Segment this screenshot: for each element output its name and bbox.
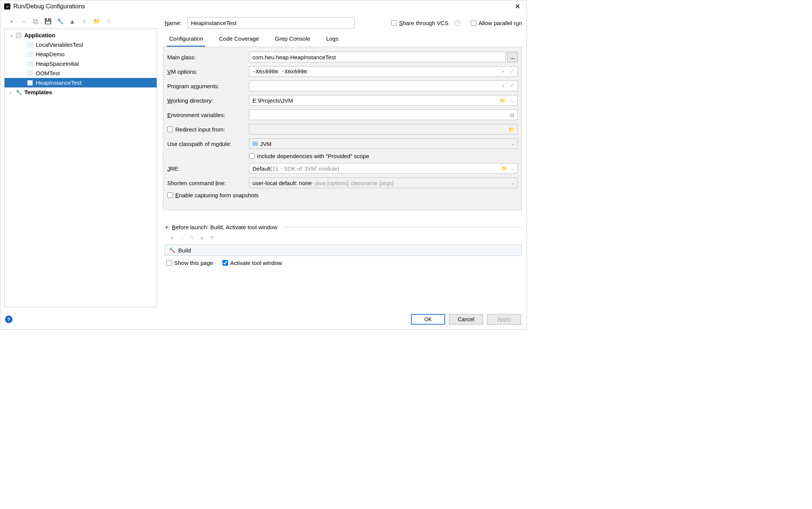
working-dir-input[interactable]: [249, 95, 518, 106]
app-logo-icon: [4, 3, 10, 10]
before-launch-toolbar: ＋ － ✎ ▲ ▼: [165, 230, 522, 244]
ok-button[interactable]: OK: [411, 314, 445, 325]
expand-icon[interactable]: ＋: [500, 68, 507, 75]
edit-templates-icon[interactable]: 🔧: [57, 18, 63, 25]
shorten-label: Shorten command line:: [167, 180, 249, 186]
close-icon[interactable]: ✕: [512, 2, 523, 11]
edit-task-icon[interactable]: ✎: [190, 234, 195, 241]
main-area: ＋ － ⿻ 💾 🔧 ▲ ▼ 📁 ⇅ ⌄ Application LocalVar: [0, 13, 527, 310]
tree-item[interactable]: OOMTest: [5, 68, 157, 78]
chevron-down-icon[interactable]: ⌄: [509, 98, 515, 103]
save-config-icon[interactable]: 💾: [44, 18, 51, 25]
build-task-item[interactable]: 🔨 Build: [165, 245, 522, 255]
before-launch-section: ▼ Before launch: Build, Activate tool wi…: [163, 224, 522, 273]
tab-logs[interactable]: Logs: [324, 32, 341, 47]
copy-config-icon[interactable]: ⿻: [32, 18, 39, 25]
footer: ? OK Cancel Apply: [0, 310, 527, 329]
main-class-label: Main class:: [167, 54, 249, 60]
chevron-down-icon: ⌄: [511, 166, 514, 171]
redirect-input-checkbox[interactable]: Redirect input from:: [167, 126, 249, 133]
program-args-input[interactable]: [249, 81, 518, 91]
apply-button[interactable]: Apply: [487, 314, 521, 325]
build-label: Build: [178, 247, 191, 254]
tree-item[interactable]: HeapDemo: [5, 49, 157, 59]
env-vars-label: Environment variables:: [167, 112, 249, 118]
cancel-button[interactable]: Cancel: [449, 314, 483, 325]
before-launch-list[interactable]: 🔨 Build: [165, 244, 522, 256]
tree-label: Application: [24, 32, 56, 38]
tabs: Configuration Code Coverage Grep Console…: [163, 32, 522, 47]
folder-icon[interactable]: 📁: [93, 18, 100, 25]
help-icon[interactable]: ?: [455, 20, 461, 26]
show-page-checkbox[interactable]: Show this page: [166, 260, 213, 266]
application-icon: [15, 32, 22, 38]
name-input[interactable]: [187, 17, 355, 29]
tree-templates-node[interactable]: › 🔧 Templates: [5, 87, 157, 97]
run-config-icon: [27, 42, 33, 48]
before-launch-header: Before launch: Build, Activate tool wind…: [172, 224, 278, 230]
add-task-icon[interactable]: ＋: [169, 234, 175, 241]
help-button-icon[interactable]: ?: [5, 316, 13, 323]
hammer-icon: 🔨: [169, 247, 175, 253]
share-vcs-checkbox[interactable]: Share through VCS: [391, 20, 449, 26]
tree-label: OOMTest: [36, 70, 60, 76]
env-vars-input[interactable]: [249, 109, 518, 120]
tree-application-node[interactable]: ⌄ Application: [5, 30, 157, 40]
add-config-icon[interactable]: ＋: [8, 18, 15, 25]
dialog-title: Run/Debug Configurations: [13, 3, 512, 10]
expand-icon[interactable]: ＋: [500, 82, 507, 89]
remove-task-icon[interactable]: －: [179, 234, 185, 241]
jre-value: Default: [252, 165, 271, 172]
tree-item[interactable]: LocalVariablesTest: [5, 40, 157, 49]
tree-label: HeapInstanceTest: [36, 79, 81, 86]
sidebar-toolbar: ＋ － ⿻ 💾 🔧 ▲ ▼ 📁 ⇅: [4, 16, 157, 29]
main-class-input[interactable]: [249, 52, 506, 62]
classpath-combo[interactable]: JVM ⌄: [249, 138, 518, 149]
sidebar: ＋ － ⿻ 💾 🔧 ▲ ▼ 📁 ⇅ ⌄ Application LocalVar: [0, 13, 160, 310]
tab-grep-console[interactable]: Grep Console: [273, 32, 312, 47]
jre-combo[interactable]: Default (11 - SDK of 'JVM' module) 📁 ⌄: [249, 163, 518, 174]
tree-item[interactable]: HeapSpaceInitial: [5, 59, 157, 68]
run-debug-dialog: Run/Debug Configurations ✕ ＋ － ⿻ 💾 🔧 ▲ ▼…: [0, 0, 527, 330]
tab-configuration[interactable]: Configuration: [167, 32, 205, 47]
shorten-hint: - java [options] classname [args]: [312, 180, 393, 186]
move-up-icon[interactable]: ▲: [69, 18, 76, 25]
fullscreen-icon[interactable]: ⤢: [509, 82, 515, 89]
folder-icon[interactable]: 📁: [498, 98, 507, 103]
name-label: Name:: [165, 20, 181, 26]
allow-parallel-checkbox[interactable]: Allow parallel run: [471, 20, 522, 26]
fullscreen-icon[interactable]: ⤢: [509, 68, 515, 75]
move-down-icon[interactable]: ▼: [81, 18, 88, 25]
capture-snapshots-checkbox[interactable]: Enable capturing form snapshots: [167, 192, 518, 198]
include-provided-checkbox[interactable]: Include dependencies with "Provided" sco…: [249, 153, 518, 159]
tree-label: HeapSpaceInitial: [36, 60, 79, 67]
list-icon[interactable]: ▤: [509, 112, 515, 118]
run-config-icon: [27, 51, 33, 57]
jre-label: JRE:: [167, 165, 249, 172]
tree-item-selected[interactable]: HeapInstanceTest: [5, 78, 157, 87]
browse-class-button[interactable]: ...: [507, 52, 518, 62]
move-up-icon[interactable]: ▲: [199, 234, 205, 241]
shorten-combo[interactable]: user-local default: none - java [options…: [249, 178, 518, 188]
wrench-icon: 🔧: [15, 89, 22, 95]
folder-icon[interactable]: 📁: [507, 127, 515, 132]
vm-options-input[interactable]: [249, 66, 518, 77]
remove-config-icon[interactable]: －: [20, 18, 27, 25]
folder-icon[interactable]: 📁: [502, 166, 508, 171]
titlebar: Run/Debug Configurations ✕: [0, 0, 527, 13]
configuration-panel: Main class: ... VM options: ＋ ⤢: [163, 47, 522, 210]
right-panel: Name: Share through VCS ? Allow parallel…: [160, 13, 527, 310]
config-tree[interactable]: ⌄ Application LocalVariablesTest HeapDem…: [4, 29, 157, 307]
chevron-down-icon: ⌄: [10, 33, 15, 38]
activate-window-checkbox[interactable]: Activate tool window: [222, 260, 282, 266]
move-down-icon[interactable]: ▼: [209, 234, 215, 241]
chevron-down-icon: ⌄: [511, 142, 514, 146]
collapse-icon[interactable]: ▼: [165, 225, 169, 230]
tab-code-coverage[interactable]: Code Coverage: [217, 32, 261, 47]
jre-hint: (11 - SDK of 'JVM' module): [271, 165, 339, 172]
chevron-down-icon: ⌄: [511, 181, 514, 185]
shorten-value: user-local default: none: [252, 180, 312, 186]
run-config-icon: [27, 70, 33, 76]
sort-icon[interactable]: ⇅: [105, 18, 112, 25]
tree-label: Templates: [24, 89, 52, 95]
